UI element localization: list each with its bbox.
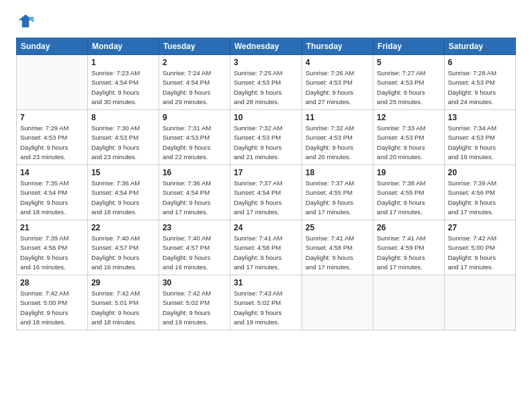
day-info: Sunrise: 7:32 AMSunset: 4:53 PMDaylight:… — [234, 124, 298, 162]
day-number: 8 — [91, 113, 155, 122]
day-info: Sunrise: 7:30 AMSunset: 4:53 PMDaylight:… — [91, 124, 155, 162]
day-number: 25 — [306, 223, 369, 232]
day-info: Sunrise: 7:37 AMSunset: 4:54 PMDaylight:… — [234, 179, 298, 217]
day-cell: 4Sunrise: 7:26 AMSunset: 4:53 PMDaylight… — [302, 55, 373, 110]
day-info: Sunrise: 7:23 AMSunset: 4:54 PMDaylight:… — [91, 68, 155, 107]
weekday-header-wednesday: Wednesday — [230, 38, 302, 55]
day-cell: 3Sunrise: 7:25 AMSunset: 4:53 PMDaylight… — [230, 55, 302, 110]
day-number: 29 — [91, 278, 155, 287]
day-info: Sunrise: 7:42 AMSunset: 5:00 PMDaylight:… — [20, 289, 84, 327]
day-cell: 18Sunrise: 7:37 AMSunset: 4:55 PMDayligh… — [302, 165, 373, 220]
day-info: Sunrise: 7:26 AMSunset: 4:53 PMDaylight:… — [306, 68, 369, 107]
day-cell: 29Sunrise: 7:42 AMSunset: 5:01 PMDayligh… — [87, 275, 159, 330]
day-cell: 6Sunrise: 7:28 AMSunset: 4:53 PMDaylight… — [444, 55, 515, 110]
week-row-1: 1Sunrise: 7:23 AMSunset: 4:54 PMDaylight… — [17, 55, 516, 110]
day-info: Sunrise: 7:41 AMSunset: 4:58 PMDaylight:… — [306, 234, 369, 272]
day-cell: 23Sunrise: 7:40 AMSunset: 4:57 PMDayligh… — [159, 220, 230, 275]
page: SundayMondayTuesdayWednesdayThursdayFrid… — [0, 0, 532, 338]
weekday-header-thursday: Thursday — [302, 38, 373, 55]
day-number: 6 — [448, 58, 512, 67]
svg-marker-0 — [19, 15, 33, 28]
logo-icon — [16, 12, 35, 31]
day-number: 21 — [20, 223, 84, 232]
day-number: 20 — [448, 168, 512, 177]
day-cell: 7Sunrise: 7:29 AMSunset: 4:53 PMDaylight… — [17, 110, 88, 165]
weekday-header-sunday: Sunday — [17, 38, 88, 55]
day-cell: 13Sunrise: 7:34 AMSunset: 4:53 PMDayligh… — [444, 110, 515, 165]
day-cell: 12Sunrise: 7:33 AMSunset: 4:53 PMDayligh… — [373, 110, 445, 165]
day-number: 3 — [234, 58, 298, 67]
weekday-header-row: SundayMondayTuesdayWednesdayThursdayFrid… — [17, 38, 516, 55]
day-cell — [444, 275, 515, 330]
day-number: 17 — [234, 168, 298, 177]
weekday-header-friday: Friday — [373, 38, 445, 55]
day-number: 19 — [377, 168, 441, 177]
day-cell: 9Sunrise: 7:31 AMSunset: 4:53 PMDaylight… — [159, 110, 230, 165]
day-number: 12 — [377, 113, 441, 122]
day-info: Sunrise: 7:40 AMSunset: 4:57 PMDaylight:… — [163, 234, 226, 272]
day-info: Sunrise: 7:34 AMSunset: 4:53 PMDaylight:… — [448, 124, 512, 162]
day-number: 1 — [91, 58, 155, 67]
day-info: Sunrise: 7:41 AMSunset: 4:58 PMDaylight:… — [234, 234, 298, 272]
day-cell — [373, 275, 445, 330]
day-info: Sunrise: 7:25 AMSunset: 4:53 PMDaylight:… — [234, 68, 298, 107]
day-cell: 16Sunrise: 7:36 AMSunset: 4:54 PMDayligh… — [159, 165, 230, 220]
day-cell: 19Sunrise: 7:38 AMSunset: 4:55 PMDayligh… — [373, 165, 445, 220]
day-info: Sunrise: 7:33 AMSunset: 4:53 PMDaylight:… — [377, 124, 441, 162]
day-cell: 27Sunrise: 7:42 AMSunset: 5:00 PMDayligh… — [444, 220, 515, 275]
day-cell: 21Sunrise: 7:39 AMSunset: 4:56 PMDayligh… — [17, 220, 88, 275]
day-cell: 2Sunrise: 7:24 AMSunset: 4:54 PMDaylight… — [159, 55, 230, 110]
day-info: Sunrise: 7:42 AMSunset: 5:02 PMDaylight:… — [163, 289, 226, 327]
day-cell: 1Sunrise: 7:23 AMSunset: 4:54 PMDaylight… — [87, 55, 159, 110]
day-number: 13 — [448, 113, 512, 122]
day-info: Sunrise: 7:39 AMSunset: 4:56 PMDaylight:… — [20, 234, 84, 272]
day-number: 18 — [306, 168, 369, 177]
weekday-header-monday: Monday — [87, 38, 159, 55]
day-number: 31 — [234, 278, 298, 287]
day-cell: 5Sunrise: 7:27 AMSunset: 4:53 PMDaylight… — [373, 55, 445, 110]
day-number: 10 — [234, 113, 298, 122]
day-number: 7 — [20, 113, 84, 122]
day-info: Sunrise: 7:41 AMSunset: 4:59 PMDaylight:… — [377, 234, 441, 272]
calendar: SundayMondayTuesdayWednesdayThursdayFrid… — [16, 38, 516, 330]
day-info: Sunrise: 7:39 AMSunset: 4:56 PMDaylight:… — [448, 179, 512, 217]
day-number: 26 — [377, 223, 441, 232]
day-number: 15 — [91, 168, 155, 177]
week-row-4: 21Sunrise: 7:39 AMSunset: 4:56 PMDayligh… — [17, 220, 516, 275]
weekday-header-saturday: Saturday — [444, 38, 515, 55]
day-cell: 28Sunrise: 7:42 AMSunset: 5:00 PMDayligh… — [17, 275, 88, 330]
day-number: 2 — [163, 58, 226, 67]
week-row-5: 28Sunrise: 7:42 AMSunset: 5:00 PMDayligh… — [17, 275, 516, 330]
day-info: Sunrise: 7:42 AMSunset: 5:01 PMDaylight:… — [91, 289, 155, 327]
logo — [16, 12, 38, 31]
day-number: 4 — [306, 58, 369, 67]
day-cell: 17Sunrise: 7:37 AMSunset: 4:54 PMDayligh… — [230, 165, 302, 220]
day-number: 9 — [163, 113, 226, 122]
day-info: Sunrise: 7:29 AMSunset: 4:53 PMDaylight:… — [20, 124, 84, 162]
day-number: 11 — [306, 113, 369, 122]
day-info: Sunrise: 7:32 AMSunset: 4:53 PMDaylight:… — [306, 124, 369, 162]
day-cell: 30Sunrise: 7:42 AMSunset: 5:02 PMDayligh… — [159, 275, 230, 330]
day-number: 27 — [448, 223, 512, 232]
day-cell: 14Sunrise: 7:35 AMSunset: 4:54 PMDayligh… — [17, 165, 88, 220]
day-cell: 26Sunrise: 7:41 AMSunset: 4:59 PMDayligh… — [373, 220, 445, 275]
day-cell: 15Sunrise: 7:36 AMSunset: 4:54 PMDayligh… — [87, 165, 159, 220]
day-cell — [17, 55, 88, 110]
day-cell: 31Sunrise: 7:43 AMSunset: 5:02 PMDayligh… — [230, 275, 302, 330]
day-number: 14 — [20, 168, 84, 177]
day-cell: 10Sunrise: 7:32 AMSunset: 4:53 PMDayligh… — [230, 110, 302, 165]
day-info: Sunrise: 7:36 AMSunset: 4:54 PMDaylight:… — [91, 179, 155, 217]
day-number: 16 — [163, 168, 226, 177]
week-row-2: 7Sunrise: 7:29 AMSunset: 4:53 PMDaylight… — [17, 110, 516, 165]
day-info: Sunrise: 7:36 AMSunset: 4:54 PMDaylight:… — [163, 179, 226, 217]
day-info: Sunrise: 7:40 AMSunset: 4:57 PMDaylight:… — [91, 234, 155, 272]
day-cell: 8Sunrise: 7:30 AMSunset: 4:53 PMDaylight… — [87, 110, 159, 165]
day-cell: 25Sunrise: 7:41 AMSunset: 4:58 PMDayligh… — [302, 220, 373, 275]
day-cell: 11Sunrise: 7:32 AMSunset: 4:53 PMDayligh… — [302, 110, 373, 165]
day-number: 24 — [234, 223, 298, 232]
day-cell: 24Sunrise: 7:41 AMSunset: 4:58 PMDayligh… — [230, 220, 302, 275]
day-number: 5 — [377, 58, 441, 67]
day-info: Sunrise: 7:27 AMSunset: 4:53 PMDaylight:… — [377, 68, 441, 107]
day-info: Sunrise: 7:37 AMSunset: 4:55 PMDaylight:… — [306, 179, 369, 217]
header-area — [16, 12, 516, 31]
